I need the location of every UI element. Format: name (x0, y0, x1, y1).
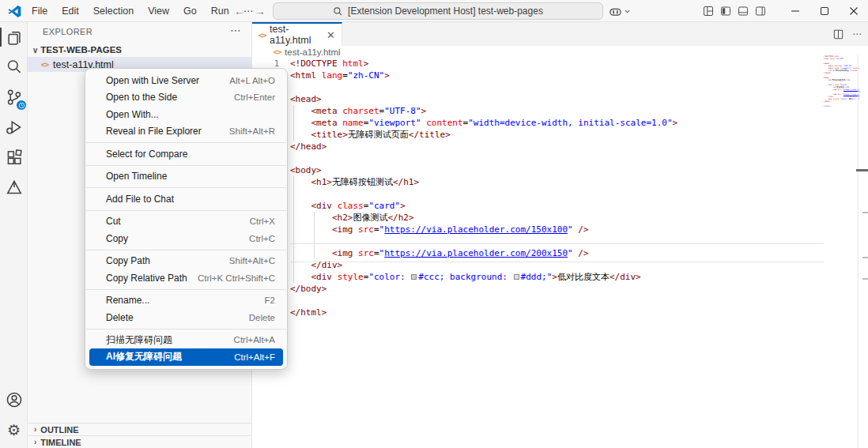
context-menu-shortcut: Delete (249, 313, 275, 322)
minimap[interactable]: <!DOCTYPE html><html lang="zh-CN"><head>… (823, 55, 859, 112)
breadcrumb[interactable]: <> test-a11y.html (252, 46, 868, 58)
menubar-item-selection[interactable]: Selection (86, 2, 141, 20)
context-menu-label: Copy Path (106, 255, 150, 266)
code-line[interactable]: 1<!DOCTYPE html> (252, 58, 822, 70)
context-menu-shortcut: Ctrl+K Ctrl+Shift+C (198, 273, 275, 283)
context-menu-item-open-timeline[interactable]: Open Timeline (89, 168, 283, 186)
code-line[interactable]: 19 <div style="color: #ccc; background: … (252, 271, 822, 283)
code-line[interactable]: 16 (252, 235, 822, 247)
context-menu-item-scan-a11y-issues[interactable]: 扫描无障碍问题Ctrl+Alt+A (89, 332, 283, 349)
code-line[interactable]: 14 <h2>图像测试</h2> (252, 212, 822, 224)
code-line[interactable]: 2<html lang="zh-CN"> (252, 70, 822, 81)
maximize-button[interactable] (810, 0, 839, 22)
code-line[interactable]: 11 <h1>无障碍按钮测试</h1> (252, 176, 822, 188)
code-line[interactable]: 7 <title>无障碍测试页面</title> (252, 129, 822, 141)
more-actions-icon[interactable]: ⋯ (852, 28, 862, 40)
context-menu-shortcut: Alt+L Alt+O (229, 76, 275, 85)
outline-section[interactable]: › OUTLINE (28, 423, 251, 435)
run-debug-icon[interactable] (0, 112, 28, 142)
code-line[interactable]: 18 </div> (252, 259, 822, 271)
chevron-right-icon: › (34, 425, 36, 434)
context-menu-item-copy[interactable]: CopyCtrl+C (89, 230, 283, 247)
split-editor-icon[interactable] (832, 28, 844, 40)
copilot-button[interactable] (609, 3, 631, 19)
workspace-folder-row[interactable]: ∨ TEST-WEB-PAGES (28, 43, 251, 57)
context-menu-separator (86, 289, 286, 290)
context-menu-shortcut: Ctrl+Alt+F (234, 352, 275, 362)
context-menu-item-open-to-the-side[interactable]: Open to the SideCtrl+Enter (89, 89, 283, 107)
context-menu: Open with Live ServerAlt+L Alt+OOpen to … (85, 68, 288, 370)
toggle-secondary-sidebar-icon[interactable] (752, 0, 769, 22)
settings-gear-icon[interactable]: ⚙ (0, 415, 28, 445)
context-menu-shortcut: Ctrl+Alt+A (234, 335, 275, 344)
code-line[interactable]: 6 <meta name="viewport" content="width=d… (252, 117, 822, 129)
context-menu-label: Delete (106, 312, 134, 323)
context-menu-item-open-with-live-server[interactable]: Open with Live ServerAlt+L Alt+O (89, 72, 283, 89)
toggle-panel-icon[interactable] (734, 0, 752, 22)
context-menu-item-reveal-in-file-explorer[interactable]: Reveal in File ExplorerShift+Alt+R (89, 123, 283, 141)
vscode-logo-icon (8, 5, 21, 18)
context-menu-label: Open With... (106, 109, 159, 120)
code-line[interactable]: 20</body> (252, 283, 822, 295)
minimap-line: <img src="https://via.placeholder.com/15… (823, 88, 859, 91)
explorer-more-actions-icon[interactable]: ⋯ (230, 24, 242, 36)
explorer-icon[interactable] (0, 22, 28, 52)
menubar-item-run[interactable]: Run (204, 2, 236, 20)
code-line[interactable]: 4<head> (252, 93, 822, 105)
context-menu-item-copy-relative-path[interactable]: Copy Relative PathCtrl+K Ctrl+Shift+C (89, 269, 283, 287)
command-center[interactable]: [Extension Development Host] test-web-pa… (273, 2, 603, 20)
code-line[interactable]: 10<body> (252, 164, 822, 176)
tab-close-icon[interactable]: ✕ (326, 29, 335, 41)
nav-forward-icon[interactable]: → (253, 4, 267, 18)
code-line[interactable]: 5 <meta charset="UTF-8"> (252, 105, 822, 117)
tab-test-a11y[interactable]: <> test-a11y.html ✕ (252, 22, 342, 46)
code-line[interactable]: 13 <div class="card"> (252, 200, 822, 212)
context-menu-item-delete[interactable]: DeleteDelete (89, 309, 283, 326)
context-menu-item-rename[interactable]: Rename...F2 (89, 292, 283, 310)
context-menu-item-open-with[interactable]: Open With... (89, 106, 283, 123)
context-menu-label: Open with Live Server (106, 75, 199, 86)
layout-controls (700, 0, 769, 22)
source-control-icon[interactable] (0, 82, 28, 112)
menubar-item-edit[interactable]: Edit (55, 2, 86, 20)
customize-layout-icon[interactable] (700, 0, 717, 22)
code-area[interactable]: 1<!DOCTYPE html>2<html lang="zh-CN">34<h… (252, 58, 822, 318)
code-line[interactable]: 21 (252, 295, 822, 307)
explorer-header: EXPLORER (43, 27, 92, 36)
code-line[interactable]: 12 (252, 188, 822, 200)
context-menu-shortcut: Shift+Alt+C (229, 256, 275, 265)
search-icon[interactable] (0, 52, 28, 82)
close-button[interactable] (839, 0, 868, 22)
code-line[interactable]: 15 <img src="https://via.placeholder.com… (252, 224, 822, 235)
overview-decoration-mark (862, 257, 868, 258)
code-line[interactable]: 9 (252, 152, 822, 164)
code-line[interactable]: 17 <img src="https://via.placeholder.com… (252, 247, 822, 259)
context-menu-item-cut[interactable]: CutCtrl+X (89, 213, 283, 231)
minimize-button[interactable] (780, 0, 810, 22)
overview-decoration-mark (862, 212, 868, 213)
source-control-badge (17, 100, 26, 110)
account-icon[interactable] (0, 385, 28, 415)
menubar-item-go[interactable]: Go (176, 2, 204, 20)
menubar-item-file[interactable]: File (25, 2, 55, 20)
nav-back-icon[interactable]: ← (232, 4, 247, 18)
code-line[interactable]: 22</html> (252, 307, 822, 318)
outline-label: OUTLINE (40, 425, 78, 435)
context-menu-item-select-for-compare[interactable]: Select for Compare (89, 145, 283, 163)
color-swatch (514, 274, 519, 280)
context-menu-shortcut: F2 (265, 296, 275, 305)
timeline-section[interactable]: › TIMELINE (28, 435, 251, 448)
code-line[interactable]: 3 (252, 81, 822, 93)
copilot-icon (609, 5, 622, 18)
chevron-down-icon: ∨ (32, 46, 38, 55)
a11y-extension-icon[interactable] (0, 172, 28, 202)
extensions-icon[interactable] (0, 142, 28, 172)
context-menu-item-copy-path[interactable]: Copy PathShift+Alt+C (89, 253, 283, 270)
toggle-primary-sidebar-icon[interactable] (717, 0, 734, 22)
context-menu-item-add-file-to-chat[interactable]: Add File to Chat (89, 190, 283, 208)
context-menu-shortcut: Ctrl+Enter (234, 92, 275, 102)
menubar-item-view[interactable]: View (141, 2, 176, 20)
overview-decoration-mark (862, 278, 868, 280)
code-line[interactable]: 8</head> (252, 141, 822, 152)
context-menu-item-ai-fix-a11y-issues[interactable]: AI修复无障碍问题Ctrl+Alt+F (89, 348, 283, 366)
